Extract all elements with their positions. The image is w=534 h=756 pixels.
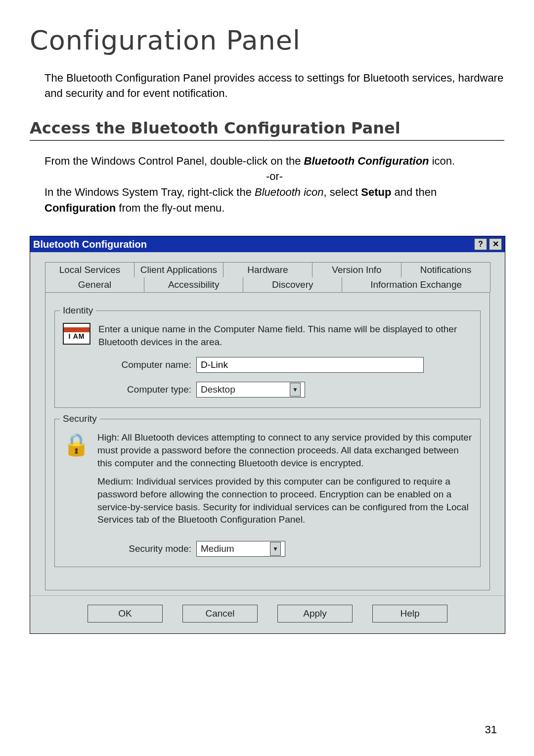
tab-version-info[interactable]: Version Info [312,262,401,277]
security-mode-value: Medium [201,543,234,554]
body-line2-bold: Setup [361,186,391,198]
body-line2-mid2: and then [391,186,437,198]
identity-icon-label: I AM [68,332,85,340]
ok-button[interactable]: OK [88,605,163,623]
security-mode-select[interactable]: Medium ▼ [196,541,285,557]
page-title: Configuration Panel [30,25,504,56]
body-line1-post: icon. [429,155,455,167]
tab-accessibility[interactable]: Accessibility [144,277,243,292]
identity-legend: Identity [60,305,96,316]
body-line2-italic: Bluetooth icon [255,186,323,198]
dialog-button-row: OK Cancel Apply Help [30,595,505,633]
tab-information-exchange[interactable]: Information Exchange [342,277,490,292]
identity-icon: I AM [63,323,90,345]
computer-name-input[interactable] [196,357,424,373]
security-legend: Security [60,413,100,424]
tab-hardware[interactable]: Hardware [223,262,312,277]
lock-icon: 🔒 [63,431,89,458]
computer-name-label: Computer name: [63,359,196,370]
body-line2-bold2: Configuration [44,202,116,214]
tab-local-services[interactable]: Local Services [45,262,134,277]
security-mode-label: Security mode: [63,543,196,554]
dialog-screenshot: Bluetooth Configuration ? ✕ Local Servic… [30,236,504,634]
body-line2-pre: In the Windows System Tray, right-click … [44,186,255,198]
tab-general[interactable]: General [45,277,144,292]
help-icon[interactable]: ? [474,238,487,250]
tab-panel-general: Identity I AM Enter a unique name in the… [45,292,490,590]
page-number: 31 [485,723,497,736]
computer-type-value: Desktop [201,384,235,395]
intro-paragraph: The Bluetooth Configuration Panel provid… [44,71,504,101]
cancel-button[interactable]: Cancel [182,605,258,623]
close-icon[interactable]: ✕ [489,238,502,250]
tab-strip: Local Services Client Applications Hardw… [45,262,490,590]
body-text: From the Windows Control Panel, double-c… [44,153,504,217]
tab-notifications[interactable]: Notifications [401,262,490,277]
security-medium-text: Medium: Individual services provided by … [97,475,472,526]
identity-description: Enter a unique name in the Computer Name… [98,323,472,348]
body-or: -or- [44,169,504,184]
security-group: Security 🔒 High: All Bluetooth devices a… [54,419,481,567]
body-line1-pre: From the Windows Control Panel, double-c… [44,155,304,167]
computer-type-select[interactable]: Desktop ▼ [196,382,305,398]
chevron-down-icon: ▼ [270,542,281,556]
body-line2-post: from the fly-out menu. [116,202,224,214]
body-line1-bold: Bluetooth Configuration [304,155,429,167]
body-line2-mid: , select [324,186,361,198]
security-high-text: High: All Bluetooth devices attempting t… [97,431,472,469]
bluetooth-config-dialog: Bluetooth Configuration ? ✕ Local Servic… [30,236,505,634]
tab-client-applications[interactable]: Client Applications [134,262,223,277]
dialog-titlebar: Bluetooth Configuration ? ✕ [30,236,505,252]
tab-discovery[interactable]: Discovery [243,277,342,292]
section-heading: Access the Bluetooth Configuration Panel [30,119,504,141]
computer-type-label: Computer type: [63,384,196,395]
apply-button[interactable]: Apply [277,605,353,623]
dialog-title: Bluetooth Configuration [33,239,147,250]
help-button[interactable]: Help [372,605,447,623]
chevron-down-icon: ▼ [290,383,301,397]
identity-group: Identity I AM Enter a unique name in the… [54,311,481,408]
